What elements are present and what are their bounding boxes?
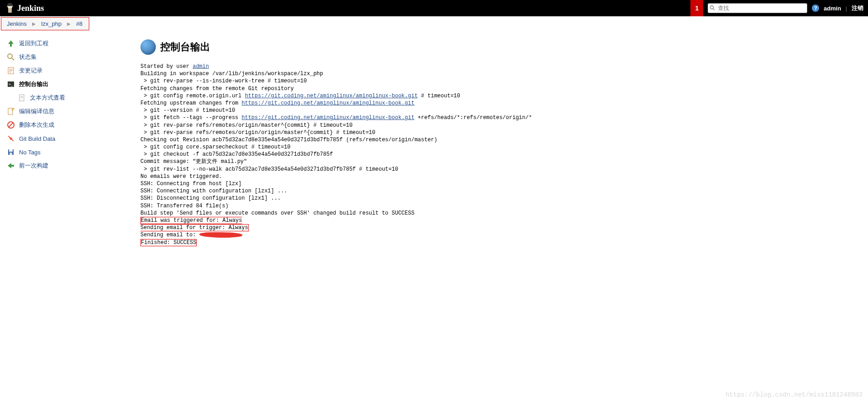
svg-point-21 <box>10 138 12 140</box>
breadcrumb-build[interactable]: #8 <box>76 20 82 27</box>
svg-rect-23 <box>9 149 13 152</box>
sidebar-item-label: 状态集 <box>19 53 37 61</box>
svg-point-2 <box>9 5 10 6</box>
page-icon <box>17 93 26 102</box>
header-right: 1 ? admin | 注销 <box>690 0 863 16</box>
search-input[interactable] <box>708 3 807 13</box>
sidebar-item-label: No Tags <box>19 149 40 156</box>
sidebar-item-edit-build[interactable]: 编辑编译信息 <box>0 105 131 118</box>
page-title-row: 控制台输出 <box>140 39 859 55</box>
console-block: > git --version # timeout=10 > git fetch… <box>140 107 241 121</box>
svg-point-4 <box>710 6 714 9</box>
svg-rect-17 <box>8 108 13 115</box>
breadcrumb-jenkins[interactable]: Jenkins <box>7 20 27 27</box>
status-ball-icon <box>140 39 156 55</box>
sidebar-item-label: 编辑编译信息 <box>19 107 54 115</box>
sidebar-item-console[interactable]: >_ 控制台输出 <box>0 77 131 91</box>
sidebar-item-label: 控制台输出 <box>19 80 48 88</box>
save-icon <box>6 148 15 157</box>
logo-text: Jenkins <box>17 4 44 13</box>
top-header: Jenkins 1 ? admin | 注销 <box>0 0 868 16</box>
sidebar-item-no-tags[interactable]: No Tags <box>0 145 131 159</box>
terminal-icon: >_ <box>6 80 15 89</box>
svg-point-3 <box>10 5 11 6</box>
sidebar: 返回到工程 状态集 变更记录 >_ 控制台输出 文本方式查看 编辑编译信息 删除… <box>0 31 131 254</box>
sidebar-item-label: 删除本次生成 <box>19 121 54 129</box>
sidebar-item-label: 变更记录 <box>19 67 43 75</box>
highlighted-finished: Finished: SUCCESS <box>140 239 197 246</box>
left-arrow-icon <box>6 161 15 170</box>
search-box <box>708 3 807 13</box>
sidebar-item-status[interactable]: 状态集 <box>0 50 131 64</box>
git-url-link[interactable]: https://git.coding.net/aminglinux/amingl… <box>241 115 415 121</box>
sidebar-item-prev-build[interactable]: 前一次构建 <box>0 159 131 172</box>
svg-rect-1 <box>8 8 12 13</box>
svg-line-7 <box>12 58 14 60</box>
git-url-link[interactable]: https://git.coding.net/aminglinux/amingl… <box>245 93 418 99</box>
jenkins-logo-icon <box>5 2 15 14</box>
console-line: Started by user <box>140 63 193 70</box>
header-left: Jenkins <box>5 2 44 14</box>
magnify-icon <box>6 53 15 62</box>
sidebar-item-delete-build[interactable]: 删除本次生成 <box>0 118 131 132</box>
help-icon[interactable]: ? <box>812 5 819 12</box>
header-separator: | <box>846 5 847 12</box>
jenkins-logo-link[interactable]: Jenkins <box>5 2 44 14</box>
git-icon <box>6 134 15 143</box>
console-line: Sending email to: <box>140 232 199 238</box>
sidebar-item-label: Git Build Data <box>19 135 55 142</box>
svg-text:>_: >_ <box>9 82 13 86</box>
doc-icon <box>6 66 15 75</box>
svg-line-19 <box>9 123 13 127</box>
search-icon <box>709 5 716 11</box>
sidebar-item-back-to-project[interactable]: 返回到工程 <box>0 37 131 50</box>
user-link[interactable]: admin <box>193 63 209 70</box>
up-arrow-icon <box>6 39 15 48</box>
main-content: 控制台输出 Started by user admin Building in … <box>131 31 868 254</box>
chevron-right-icon: ▶ <box>67 21 71 26</box>
sidebar-item-text-view[interactable]: 文本方式查看 <box>0 91 131 105</box>
console-block: +refs/heads/*:refs/remotes/origin/* > gi… <box>140 115 532 216</box>
user-link[interactable]: admin <box>824 5 841 12</box>
chevron-right-icon: ▶ <box>32 21 36 26</box>
breadcrumb: Jenkins ▶ lzx_php ▶ #8 <box>1 17 89 30</box>
forbidden-icon <box>6 120 15 129</box>
sidebar-item-git-data[interactable]: Git Build Data <box>0 132 131 145</box>
logout-link[interactable]: 注销 <box>852 4 863 12</box>
sidebar-item-changes[interactable]: 变更记录 <box>0 64 131 77</box>
svg-point-6 <box>8 54 12 58</box>
breadcrumb-project[interactable]: lzx_php <box>41 20 62 27</box>
page-title: 控制台输出 <box>160 40 210 54</box>
sidebar-item-label: 返回到工程 <box>19 39 48 48</box>
svg-rect-24 <box>10 153 12 155</box>
redacted-email-icon <box>199 232 242 238</box>
console-output: Started by user admin Building in worksp… <box>140 63 859 246</box>
sidebar-item-label: 文本方式查看 <box>30 94 65 102</box>
body-wrapper: 返回到工程 状态集 变更记录 >_ 控制台输出 文本方式查看 编辑编译信息 删除… <box>0 31 868 254</box>
highlighted-email-triggered: Email was triggered for: Always Sending … <box>140 217 249 231</box>
git-url-link[interactable]: https://git.coding.net/aminglinux/amingl… <box>241 100 415 106</box>
svg-line-5 <box>713 9 715 10</box>
doc-edit-icon <box>6 107 15 116</box>
sidebar-item-label: 前一次构建 <box>19 162 48 170</box>
notification-badge[interactable]: 1 <box>690 0 703 16</box>
